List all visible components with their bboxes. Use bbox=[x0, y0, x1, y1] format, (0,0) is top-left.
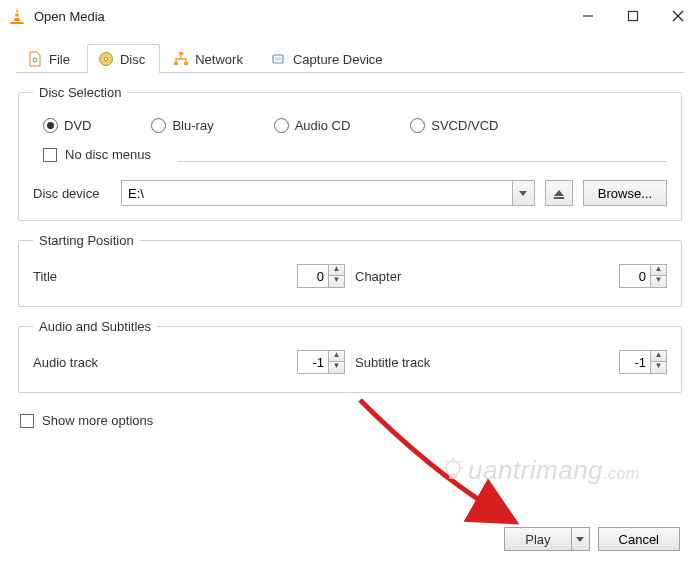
radio-indicator-icon bbox=[43, 118, 58, 133]
network-icon bbox=[173, 51, 189, 67]
file-icon bbox=[27, 51, 43, 67]
audio-track-spinner[interactable] bbox=[297, 350, 329, 374]
play-button[interactable]: Play bbox=[504, 527, 571, 551]
chapter-spinner[interactable] bbox=[619, 264, 651, 288]
capture-device-icon bbox=[271, 51, 287, 67]
tab-capture[interactable]: Capture Device bbox=[260, 44, 398, 73]
svg-rect-11 bbox=[184, 62, 188, 65]
svg-rect-10 bbox=[174, 62, 178, 65]
disc-selection-legend: Disc Selection bbox=[33, 85, 127, 100]
spin-down-icon[interactable]: ▼ bbox=[651, 362, 667, 374]
play-dropdown-button[interactable] bbox=[572, 527, 590, 551]
title-spinner[interactable] bbox=[297, 264, 329, 288]
maximize-button[interactable] bbox=[610, 0, 655, 32]
radio-dvd[interactable]: DVD bbox=[43, 118, 91, 133]
svg-rect-3 bbox=[628, 12, 637, 21]
eject-icon bbox=[554, 190, 564, 196]
svg-point-14 bbox=[446, 461, 460, 475]
radio-indicator-icon bbox=[274, 118, 289, 133]
tab-file-label: File bbox=[49, 52, 70, 67]
chevron-down-icon bbox=[519, 191, 527, 196]
window-title: Open Media bbox=[34, 9, 565, 24]
radio-audiocd[interactable]: Audio CD bbox=[274, 118, 351, 133]
radio-indicator-icon bbox=[410, 118, 425, 133]
tab-network[interactable]: Network bbox=[162, 44, 258, 73]
svg-point-8 bbox=[104, 57, 108, 61]
tab-disc[interactable]: Disc bbox=[87, 44, 160, 73]
radio-svcd[interactable]: SVCD/VCD bbox=[410, 118, 498, 133]
subtitle-track-spinner[interactable] bbox=[619, 350, 651, 374]
radio-bluray[interactable]: Blu-ray bbox=[151, 118, 213, 133]
tab-network-label: Network bbox=[195, 52, 243, 67]
disc-selection-group: Disc Selection DVD Blu-ray Audio CD SVCD… bbox=[18, 85, 682, 221]
audio-track-label: Audio track bbox=[33, 355, 115, 370]
tab-capture-label: Capture Device bbox=[293, 52, 383, 67]
disc-device-label: Disc device bbox=[33, 186, 111, 201]
eject-button[interactable] bbox=[545, 180, 573, 206]
show-more-options-label: Show more options bbox=[42, 413, 153, 428]
spin-down-icon[interactable]: ▼ bbox=[651, 276, 667, 288]
vlc-cone-icon bbox=[8, 7, 26, 25]
svg-rect-13 bbox=[275, 57, 281, 61]
svg-rect-0 bbox=[15, 12, 20, 14]
audio-subtitles-group: Audio and Subtitles Audio track ▲▼ Subti… bbox=[18, 319, 682, 393]
starting-position-legend: Starting Position bbox=[33, 233, 140, 248]
cancel-button[interactable]: Cancel bbox=[598, 527, 680, 551]
audio-subtitles-legend: Audio and Subtitles bbox=[33, 319, 157, 334]
starting-position-group: Starting Position Title ▲▼ Chapter ▲▼ bbox=[18, 233, 682, 307]
radio-indicator-icon bbox=[151, 118, 166, 133]
show-more-options-checkbox[interactable] bbox=[20, 414, 34, 428]
watermark: uantrimang.com bbox=[440, 455, 640, 490]
no-disc-menus-checkbox[interactable] bbox=[43, 148, 57, 162]
disc-device-combo[interactable] bbox=[121, 180, 513, 206]
radio-dvd-label: DVD bbox=[64, 118, 91, 133]
no-disc-menus-label: No disc menus bbox=[65, 147, 151, 162]
svg-rect-9 bbox=[179, 52, 183, 55]
minimize-button[interactable] bbox=[565, 0, 610, 32]
titlebar: Open Media bbox=[0, 0, 700, 32]
source-tabs: File Disc Network Capture Device bbox=[16, 44, 684, 73]
radio-audiocd-label: Audio CD bbox=[295, 118, 351, 133]
radio-bluray-label: Blu-ray bbox=[172, 118, 213, 133]
chevron-down-icon bbox=[576, 537, 584, 542]
chapter-label: Chapter bbox=[355, 269, 437, 284]
disc-device-dropdown-button[interactable] bbox=[513, 180, 535, 206]
disc-icon bbox=[98, 51, 114, 67]
svg-rect-15 bbox=[450, 475, 456, 478]
separator bbox=[177, 161, 667, 162]
close-button[interactable] bbox=[655, 0, 700, 32]
spin-down-icon[interactable]: ▼ bbox=[329, 362, 345, 374]
title-label: Title bbox=[33, 269, 115, 284]
browse-button[interactable]: Browse... bbox=[583, 180, 667, 206]
spin-down-icon[interactable]: ▼ bbox=[329, 276, 345, 288]
lightbulb-icon bbox=[440, 457, 466, 490]
radio-svcd-label: SVCD/VCD bbox=[431, 118, 498, 133]
tab-file[interactable]: File bbox=[16, 44, 85, 73]
subtitle-track-label: Subtitle track bbox=[355, 355, 437, 370]
svg-rect-1 bbox=[14, 17, 20, 19]
tab-disc-label: Disc bbox=[120, 52, 145, 67]
dialog-footer: Play Cancel bbox=[504, 527, 680, 551]
